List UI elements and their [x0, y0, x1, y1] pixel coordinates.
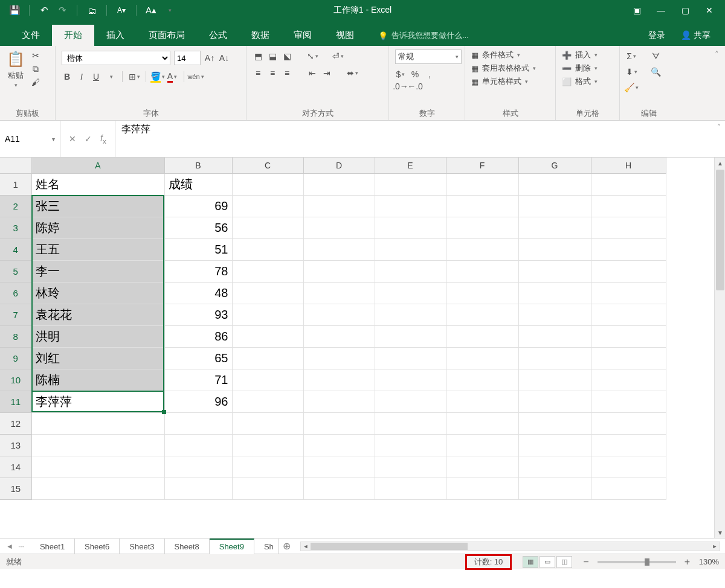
cell[interactable]: [591, 260, 666, 282]
cell[interactable]: 93: [164, 304, 232, 325]
border-button[interactable]: ⊞: [129, 71, 140, 82]
sheet-nav-more-icon[interactable]: ···: [18, 542, 24, 551]
cell[interactable]: [591, 391, 666, 412]
cell[interactable]: [446, 391, 518, 412]
cell[interactable]: [232, 282, 303, 304]
cell[interactable]: [518, 195, 591, 217]
undo-icon[interactable]: ↶: [38, 4, 50, 16]
delete-cells-button[interactable]: ➖删除▾: [562, 63, 613, 74]
cell[interactable]: [591, 195, 666, 217]
save-icon[interactable]: 💾: [8, 4, 21, 16]
collapse-ribbon-icon[interactable]: ˄: [709, 46, 725, 120]
cell[interactable]: [375, 478, 446, 499]
page-layout-view-button[interactable]: ▭: [540, 556, 555, 568]
hscroll-left-icon[interactable]: ◄: [301, 542, 311, 551]
scroll-thumb[interactable]: [716, 170, 724, 290]
sheet-tab[interactable]: Sheet3: [120, 538, 164, 554]
number-format-select[interactable]: 常规▾: [395, 50, 462, 64]
cell[interactable]: 78: [164, 260, 232, 282]
cell[interactable]: 姓名: [31, 173, 164, 195]
cell[interactable]: [303, 391, 375, 412]
cell[interactable]: [31, 456, 164, 478]
cell[interactable]: [303, 347, 375, 369]
cell[interactable]: [164, 478, 232, 499]
orientation-icon[interactable]: ⤡: [307, 51, 318, 62]
row-header[interactable]: 14: [0, 456, 31, 478]
cell[interactable]: [232, 238, 303, 260]
cell[interactable]: [518, 412, 591, 434]
row-header[interactable]: 8: [0, 325, 31, 347]
sheet-tab[interactable]: Sheet6: [75, 538, 120, 554]
cell[interactable]: [375, 434, 446, 456]
row-header[interactable]: 12: [0, 412, 31, 434]
align-right-icon[interactable]: ≡: [282, 68, 292, 78]
row-header[interactable]: 15: [0, 478, 31, 499]
sheet-tab[interactable]: Sheet1: [30, 538, 75, 554]
cell[interactable]: 成绩: [164, 173, 232, 195]
cell[interactable]: [591, 478, 666, 499]
column-header[interactable]: C: [232, 158, 303, 173]
underline-dropdown[interactable]: [105, 71, 116, 82]
tab-home[interactable]: 开始: [52, 25, 94, 46]
cell[interactable]: 56: [164, 217, 232, 238]
cell[interactable]: [164, 412, 232, 434]
cell[interactable]: [591, 412, 666, 434]
cell[interactable]: [303, 195, 375, 217]
zoom-out-button[interactable]: −: [581, 557, 591, 567]
copy-icon[interactable]: ⧉: [30, 63, 41, 74]
cancel-formula-icon[interactable]: ✕: [69, 134, 76, 144]
cell[interactable]: 李萍萍: [31, 391, 164, 412]
row-header[interactable]: 4: [0, 238, 31, 260]
page-break-view-button[interactable]: ◫: [556, 556, 572, 568]
cell[interactable]: [232, 173, 303, 195]
formula-input[interactable]: 李萍萍: [115, 121, 713, 157]
cell[interactable]: [591, 304, 666, 325]
align-center-icon[interactable]: ≡: [267, 68, 278, 78]
cell[interactable]: 51: [164, 238, 232, 260]
cell[interactable]: [518, 217, 591, 238]
share-button[interactable]: 👤共享: [675, 25, 717, 46]
zoom-percent[interactable]: 130%: [692, 557, 719, 566]
row-header[interactable]: 6: [0, 282, 31, 304]
cell[interactable]: 林玲: [31, 282, 164, 304]
cell[interactable]: [591, 347, 666, 369]
cell-styles-button[interactable]: ▦单元格样式▾: [471, 76, 549, 87]
zoom-slider[interactable]: [598, 561, 676, 563]
tell-me-box[interactable]: 💡 告诉我您想要做什么...: [378, 30, 469, 46]
align-bottom-icon[interactable]: ⬕: [282, 51, 292, 62]
name-box-dropdown-icon[interactable]: ▾: [52, 136, 55, 142]
maximize-button[interactable]: ▢: [675, 3, 695, 18]
login-button[interactable]: 登录: [642, 25, 671, 46]
cell[interactable]: [375, 391, 446, 412]
cell[interactable]: 洪明: [31, 325, 164, 347]
cell[interactable]: 袁花花: [31, 304, 164, 325]
row-header[interactable]: 9: [0, 347, 31, 369]
decrease-decimal-icon[interactable]: ←.0: [410, 81, 420, 92]
cell[interactable]: [303, 434, 375, 456]
cell[interactable]: [31, 412, 164, 434]
font-size-input[interactable]: [174, 51, 201, 65]
cell[interactable]: [518, 369, 591, 391]
cell[interactable]: [375, 347, 446, 369]
percent-icon[interactable]: %: [410, 69, 420, 80]
cell[interactable]: [303, 238, 375, 260]
select-all-corner[interactable]: [0, 158, 31, 173]
cell[interactable]: [232, 304, 303, 325]
cell[interactable]: [232, 325, 303, 347]
tab-data[interactable]: 数据: [239, 25, 282, 46]
bold-button[interactable]: B: [62, 71, 72, 82]
cell[interactable]: [31, 478, 164, 499]
cell[interactable]: 86: [164, 325, 232, 347]
vertical-scrollbar[interactable]: ▲ ▼: [714, 158, 725, 538]
row-header[interactable]: 2: [0, 195, 31, 217]
format-as-table-button[interactable]: ▦套用表格格式▾: [471, 63, 549, 74]
cell[interactable]: [303, 304, 375, 325]
column-header[interactable]: F: [446, 158, 518, 173]
paste-button[interactable]: 📋 粘贴 ▾: [6, 50, 25, 88]
cell[interactable]: [518, 434, 591, 456]
scroll-down-icon[interactable]: ▼: [715, 527, 725, 538]
tab-formulas[interactable]: 公式: [197, 25, 239, 46]
cell[interactable]: [591, 217, 666, 238]
cell[interactable]: [303, 478, 375, 499]
normal-view-button[interactable]: ▦: [523, 556, 538, 568]
